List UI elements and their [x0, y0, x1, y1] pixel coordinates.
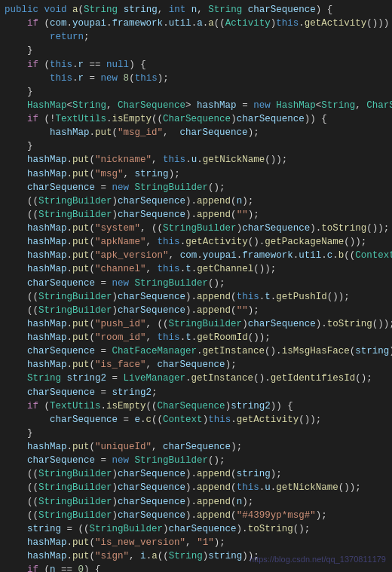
code-line: if (n == 0) { [0, 563, 392, 572]
code-line: charSequence = new StringBuilder(); [0, 181, 392, 194]
code-line: ((StringBuilder)charSequence).append(thi… [0, 481, 392, 494]
code-line: hashMap.put("uniqueId", charSequence); [0, 440, 392, 454]
code-line: ((StringBuilder)charSequence).append(str… [0, 467, 392, 481]
code-line: hashMap.put("is_face", charSequence); [0, 358, 392, 372]
code-line: charSequence = e.c((Context)this.getActi… [0, 413, 392, 427]
code-line: return; [0, 30, 392, 44]
code-line: charSequence = ChatFaceManager.getInstan… [0, 344, 392, 358]
code-line: ((StringBuilder)charSequence).append(n); [0, 495, 392, 509]
code-line: if (!TextUtils.isEmpty((CharSequence)cha… [0, 112, 392, 126]
code-line: this.r = new 8(this); [0, 72, 392, 85]
code-line: hashMap.put("system", ((StringBuilder)ch… [0, 222, 392, 235]
code-line: hashMap.put("nickname", this.u.getNickNa… [0, 153, 392, 167]
code-line: if (TextUtils.isEmpty((CharSequence)stri… [0, 399, 392, 413]
code-line: HashMap<String, CharSequence> hashMap = … [0, 99, 392, 112]
code-line: hashMap.put("push_id", ((StringBuilder)c… [0, 317, 392, 331]
code-line: public void a(String string, int n, Stri… [0, 3, 392, 17]
code-line: charSequence = string2; [0, 386, 392, 399]
code-line: } [0, 427, 392, 440]
code-line: hashMap.put("room_id", this.t.getRoomId(… [0, 331, 392, 344]
code-line: ((StringBuilder)charSequence).append(thi… [0, 290, 392, 304]
code-line: hashMap.put("apk_version", com.youpai.fr… [0, 249, 392, 262]
code-line: charSequence = new StringBuilder(); [0, 277, 392, 290]
code-line: } [0, 85, 392, 99]
code-line: hashMap.put("apkName", this.getActivity(… [0, 235, 392, 249]
code-line: ((StringBuilder)charSequence).append(n); [0, 194, 392, 208]
code-line: charSequence = new StringBuilder(); [0, 454, 392, 467]
code-line: string = ((StringBuilder)charSequence).t… [0, 522, 392, 536]
code-line: String string2 = LiveManager.getInstance… [0, 372, 392, 385]
code-line: if (this.r == null) { [0, 58, 392, 72]
code-line: hashMap.put("is_new_version", "1"); [0, 536, 392, 549]
code-line: ((StringBuilder)charSequence).append("#4… [0, 509, 392, 522]
code-line: } [0, 139, 392, 153]
code-line: hashMap.put("sign", i.a((String)string))… [0, 549, 392, 563]
code-line: } [0, 44, 392, 57]
code-line: hashMap.put("msg_id", charSequence); [0, 126, 392, 139]
code-line: ((StringBuilder)charSequence).append("")… [0, 304, 392, 317]
code-container: public void a(String string, int n, Stri… [0, 0, 392, 572]
code-line: hashMap.put("channel", this.t.getChannel… [0, 262, 392, 276]
code-line: hashMap.put("msg", string); [0, 167, 392, 181]
code-block: public void a(String string, int n, Stri… [0, 3, 392, 572]
code-line: ((StringBuilder)charSequence).append("")… [0, 208, 392, 222]
code-line: if (com.youpai.framework.util.a.a((Activ… [0, 17, 392, 30]
